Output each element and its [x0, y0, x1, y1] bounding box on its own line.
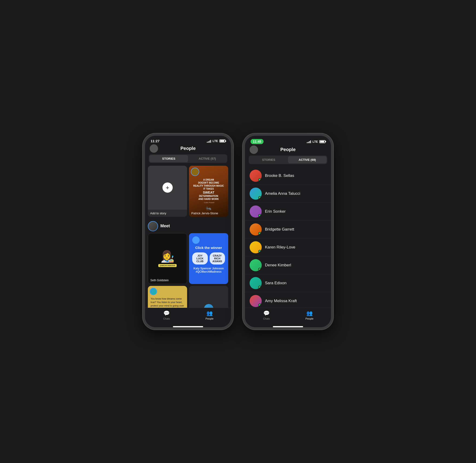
person-item-sara[interactable]: Sara Edixon — [245, 274, 331, 292]
online-dot-bridgette — [258, 232, 261, 235]
time-left: 11:27 — [151, 139, 159, 143]
person-name-sara: Sara Edixon — [265, 281, 287, 285]
person-name-karen: Karen Riley-Love — [265, 245, 295, 250]
status-icons-right: LTE — [307, 140, 325, 143]
online-dot-amy — [258, 303, 261, 307]
poll-opt1[interactable]: JOY LUCK CLUB — [192, 252, 208, 265]
profile-avatar-right[interactable] — [250, 145, 258, 154]
person-avatar-bridgette — [250, 223, 262, 235]
person-avatar-amelia — [250, 187, 262, 200]
poll-question: Click the winner — [192, 246, 225, 250]
page-title-right: People — [280, 147, 296, 152]
tab-stories-left[interactable]: STORIES — [150, 155, 188, 162]
tab-active-left[interactable]: ACTIVE (57) — [188, 155, 227, 162]
audit-avatar — [204, 304, 213, 308]
story-label-seth: Seth Goldstein — [150, 279, 185, 282]
person-avatar-karen — [250, 241, 262, 253]
page-header-left: People — [145, 145, 231, 153]
left-phone: 11:27 LTE People STORIES — [143, 134, 233, 329]
story-card-text[interactable]: You know how dreams come true? You liste… — [148, 286, 187, 308]
tab-bar-left: STORIES ACTIVE (57) — [149, 154, 227, 163]
person-item-brooke[interactable]: Brooke B. Sellas — [245, 167, 331, 185]
person-name-amy: Amy Melissa Kraft — [265, 299, 297, 303]
person-item-amelia[interactable]: Amelia Anna Talucci — [245, 185, 331, 203]
person-avatar-brooke — [250, 170, 262, 182]
profile-avatar-left[interactable] — [150, 144, 158, 153]
meet-label: Meet — [160, 224, 170, 229]
nav-people-label-left: People — [205, 317, 213, 320]
page-header-right: People — [245, 146, 331, 155]
nav-people-left[interactable]: 👥 People — [188, 310, 231, 320]
online-dot-karen — [258, 250, 261, 253]
online-dot-sara — [258, 286, 261, 289]
online-dot-erin — [258, 214, 261, 217]
nav-chats-label-right: Chats — [263, 317, 270, 320]
person-avatar-sara — [250, 277, 262, 289]
add-story-card[interactable]: + Add to story — [148, 166, 187, 217]
home-indicator-right — [273, 326, 303, 327]
person-name-bridgette: Bridgette Garrett — [265, 227, 294, 232]
meet-avatar — [148, 221, 158, 231]
online-dot-denee — [258, 268, 261, 271]
person-item-karen[interactable]: Karen Riley-Love — [245, 239, 331, 256]
stories-grid: + Add to story A DREAMDOESN'T BECOMEREAL… — [145, 166, 231, 217]
people-icon-right: 👥 — [306, 310, 313, 316]
meet-section: Meet 👩‍🎨 @NICHYVNACKS Seth Goldstein — [145, 217, 231, 308]
person-name-erin: Erin Sonker — [265, 209, 286, 214]
nav-chats-right[interactable]: 💬 Chats — [245, 310, 288, 320]
signal-icon — [207, 139, 211, 143]
signal-icon-right — [307, 140, 311, 143]
nav-chats-label-left: Chats — [163, 317, 170, 320]
person-avatar-amy — [250, 295, 262, 307]
poll-options: JOY LUCK CLUB CRAZY RICH ASIANS — [192, 252, 225, 265]
right-phone: 11:45 LTE People STORIES — [243, 134, 333, 329]
online-dot-amelia — [258, 196, 261, 199]
add-story-label: Add to story — [148, 210, 187, 217]
person-name-amelia: Amelia Anna Talucci — [265, 191, 300, 196]
battery-icon — [220, 139, 225, 142]
nav-people-label-right: People — [305, 317, 313, 320]
tab-active-right[interactable]: ACTIVE (69) — [288, 156, 326, 163]
time-right: 11:45 — [251, 139, 264, 144]
lte-label-right: LTE — [312, 140, 318, 143]
lte-label: LTE — [212, 139, 218, 143]
story-label-patrick: Patrick Jervis-Stone — [191, 212, 226, 215]
person-name-brooke: Brooke B. Sellas — [265, 173, 294, 178]
nav-chats-left[interactable]: 💬 Chats — [145, 310, 188, 320]
person-item-erin[interactable]: Erin Sonker — [245, 203, 331, 221]
tab-stories-right[interactable]: STORIES — [249, 156, 288, 163]
story-card-seth[interactable]: 👩‍🎨 @NICHYVNACKS Seth Goldstein — [148, 233, 187, 284]
poll-user: Katy Spencer Johnson #QCMarchMadness — [192, 267, 225, 273]
home-indicator-left — [173, 326, 203, 327]
online-dot-brooke — [258, 178, 261, 181]
story-card-patrick[interactable]: A DREAMDOESN'T BECOMEREALITY THROUGH MAG… — [189, 166, 228, 217]
page-title-left: People — [180, 146, 196, 151]
person-avatar-erin — [250, 205, 262, 218]
person-avatar-denee — [250, 259, 262, 271]
bottom-nav-right: 💬 Chats 👥 People — [245, 308, 331, 325]
plus-icon: + — [162, 182, 173, 193]
battery-icon-right — [319, 140, 325, 143]
person-name-denee: Denee Kimberl — [265, 263, 291, 267]
person-item-denee[interactable]: Denee Kimberl — [245, 256, 331, 274]
story-card-katy[interactable]: Click the winner JOY LUCK CLUB CRAZY RIC… — [189, 233, 228, 284]
poll-opt2[interactable]: CRAZY RICH ASIANS — [210, 252, 225, 265]
bottom-nav-left: 💬 Chats 👥 People — [145, 308, 231, 325]
nav-people-right[interactable]: 👥 People — [288, 310, 331, 320]
chats-icon-right: 💬 — [263, 310, 270, 316]
chats-icon-left: 💬 — [163, 310, 170, 316]
notch-right — [269, 136, 307, 142]
tab-bar-right: STORIES ACTIVE (69) — [249, 155, 327, 164]
notch-left — [169, 136, 207, 142]
story-card-audit[interactable]: SITE AUDIT CREATED: NOW — [189, 286, 228, 308]
status-icons-left: LTE — [207, 139, 225, 143]
person-item-amy[interactable]: Amy Melissa Kraft — [245, 292, 331, 308]
story-avatar-katy — [192, 236, 200, 244]
people-icon-left: 👥 — [206, 310, 213, 316]
person-item-bridgette[interactable]: Bridgette Garrett — [245, 221, 331, 239]
people-list: Brooke B. Sellas Amelia Anna Talucci Eri… — [245, 167, 331, 308]
